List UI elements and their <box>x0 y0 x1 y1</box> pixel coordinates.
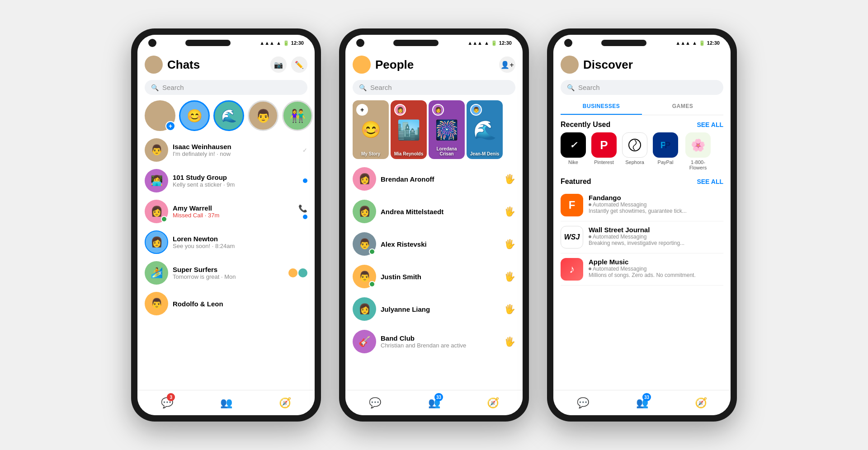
app-icon-paypal: PP <box>653 132 678 158</box>
people-name-brendan: Brendan Aronoff <box>381 175 500 183</box>
avatar-amy: 👩 <box>145 200 168 223</box>
wifi-icon: ▲ <box>276 40 281 46</box>
story-item-4[interactable]: 👫 <box>282 100 313 131</box>
battery-icon: 🔋 <box>283 40 289 46</box>
featured-icon-apple-music: ♪ <box>561 258 583 281</box>
recently-used-see-all[interactable]: SEE ALL <box>697 121 723 128</box>
chats-search-bar[interactable]: 🔍 Search <box>145 80 307 95</box>
people-item-andrea[interactable]: 👩 Andrea Mittelstaedt 🖐️ <box>345 195 523 228</box>
wave-icon-brendan: 🖐️ <box>504 173 515 184</box>
chats-badge: 3 <box>167 393 175 401</box>
story-item-3[interactable]: 👨 <box>248 100 278 131</box>
user-avatar-discover[interactable] <box>561 56 579 74</box>
nav-discover-tab[interactable]: 🧭 <box>671 390 731 415</box>
camera-button[interactable]: 📷 <box>270 56 287 73</box>
tab-businesses[interactable]: BUSINESSES <box>561 98 642 115</box>
notch-people <box>393 40 439 46</box>
chat-item-isaac[interactable]: 👨 Isaac Weinhausen I'm definately in! · … <box>137 135 315 165</box>
discover-tab-row: BUSINESSES GAMES <box>561 98 723 115</box>
my-story-card[interactable]: 😊 + My Story <box>353 100 389 159</box>
people-item-alex[interactable]: 👨 Alex Ristevski 🖐️ <box>345 228 523 260</box>
people-search-bar[interactable]: 🔍 Search <box>353 80 515 95</box>
chat-name-rodolfo: Rodolfo & Leon <box>173 300 307 308</box>
people-item-band-club[interactable]: 🎸 Band Club Christian and Brendan are ac… <box>345 325 523 358</box>
nav-discover-tab-people[interactable]: 🧭 <box>463 390 523 415</box>
signal-icon-people: ▲▲▲ <box>467 40 482 46</box>
nav-people-tab[interactable]: 👥 33 <box>405 390 464 415</box>
people-item-julyanne[interactable]: 👩 Julyanne Liang 🖐️ <box>345 293 523 325</box>
featured-icon-fandango: F <box>561 194 583 216</box>
chat-preview-loren: See you soon! · 8:24am <box>173 243 307 249</box>
time-people: 12:30 <box>499 40 512 46</box>
app-item-nike[interactable]: ✓ Nike <box>561 132 586 170</box>
camera-dot <box>148 39 156 47</box>
chat-item-study-group[interactable]: 👩‍💻 101 Study Group Kelly sent a sticker… <box>137 165 315 196</box>
story-item-1[interactable]: 😊 <box>179 100 210 131</box>
avatar-alex: 👨 <box>353 232 376 256</box>
featured-item-fandango[interactable]: F Fandango Automated Messaging Instantly… <box>561 189 723 221</box>
nav-chats-tab-discover[interactable]: 💬 <box>553 390 613 415</box>
people-name-band-club: Band Club <box>381 334 500 342</box>
story-card-jeanm[interactable]: 🌊 👨 Jean-M Denis <box>467 100 503 159</box>
discover-title: Discover <box>583 58 723 72</box>
chat-name-study-group: 101 Study Group <box>173 173 298 181</box>
story-card-loredana[interactable]: 🎆 👩 Loredana Crisan <box>429 100 465 159</box>
app-item-paypal[interactable]: PP PayPal <box>653 132 678 170</box>
discover-people-badge: 33 <box>642 393 651 401</box>
app-name-nike: Nike <box>568 159 578 165</box>
user-avatar-people[interactable] <box>353 56 371 74</box>
app-item-flowers[interactable]: 🌸 1-800-Flowers <box>684 132 712 170</box>
avatar-brendan: 👩 <box>353 167 376 191</box>
wifi-icon-discover: ▲ <box>692 40 697 46</box>
add-story-item[interactable]: + <box>145 100 175 131</box>
featured-list: F Fandango Automated Messaging Instantly… <box>553 189 731 286</box>
status-right-discover: ▲▲▲ ▲ 🔋 12:30 <box>675 40 720 46</box>
add-person-button[interactable]: 👤+ <box>499 56 515 73</box>
app-item-pinterest[interactable]: P Pinterest <box>591 132 617 170</box>
chat-name-isaac: Isaac Weinhausen <box>173 143 298 150</box>
chat-item-amy[interactable]: 👩 Amy Warrell Missed Call · 37m 📞 <box>137 196 315 227</box>
discover-search-bar[interactable]: 🔍 Search <box>561 80 723 95</box>
search-icon-discover: 🔍 <box>567 84 575 91</box>
chat-item-super-surfers[interactable]: 🏄 Super Surfers Tomorrow is great · Mon <box>137 258 315 288</box>
online-dot-justin <box>369 281 375 287</box>
chat-info-amy: Amy Warrell Missed Call · 37m <box>173 204 294 219</box>
avatar-isaac: 👨 <box>145 138 168 162</box>
online-dot-amy <box>161 216 167 222</box>
featured-item-wsj[interactable]: WSJ Wall Street Journal Automated Messag… <box>561 221 723 253</box>
chats-phone: ▲▲▲ ▲ 🔋 12:30 Chats 📷 ✏️ 🔍 Search <box>131 28 321 422</box>
app-item-sephora[interactable]: Sephora <box>622 132 647 170</box>
people-badge: 33 <box>434 393 443 401</box>
people-list: 👩 Brendan Aronoff 🖐️ 👩 Andrea Mittelstae… <box>345 163 523 390</box>
story-avatar-2: 🌊 <box>213 100 244 131</box>
tab-games[interactable]: GAMES <box>642 98 723 115</box>
story-avatar-jeanm: 👨 <box>470 104 482 116</box>
nav-chats-tab[interactable]: 💬 3 <box>137 390 197 415</box>
people-item-justin[interactable]: 👨 Justin Smith 🖐️ <box>345 260 523 293</box>
chats-search-placeholder: Search <box>162 84 184 91</box>
my-story-avatar: + <box>145 100 175 131</box>
search-icon-people: 🔍 <box>359 84 367 91</box>
chat-info-rodolfo: Rodolfo & Leon <box>173 300 307 308</box>
featured-item-apple-music[interactable]: ♪ Apple Music Automated Messaging Millio… <box>561 253 723 286</box>
featured-see-all[interactable]: SEE ALL <box>697 178 723 185</box>
chat-meta-study-group <box>303 178 307 183</box>
chat-preview-study-group: Kelly sent a sticker · 9m <box>173 181 298 188</box>
chat-item-loren[interactable]: 👩 Loren Newton See you soon! · 8:24am <box>137 227 315 258</box>
phone-screen-people: ▲▲▲ ▲ 🔋 12:30 People 👤+ 🔍 Search <box>345 35 523 415</box>
chat-item-rodolfo[interactable]: 👨 Rodolfo & Leon <box>137 288 315 319</box>
people-item-brendan[interactable]: 👩 Brendan Aronoff 🖐️ <box>345 163 523 195</box>
nav-chats-tab-people[interactable]: 💬 <box>345 390 405 415</box>
notch-discover <box>601 40 646 46</box>
story-item-2[interactable]: 🌊 <box>213 100 244 131</box>
nav-people-tab-discover[interactable]: 👥 33 <box>613 390 672 415</box>
compose-button[interactable]: ✏️ <box>291 56 307 73</box>
user-avatar-chats[interactable] <box>145 56 163 74</box>
group-mini-avatar-1 <box>288 268 297 277</box>
nav-people-tab-chats[interactable]: 👥 <box>197 390 256 415</box>
people-name-alex: Alex Ristevski <box>381 240 500 248</box>
nav-discover-tab-chats[interactable]: 🧭 <box>255 390 315 415</box>
avatar-andrea: 👩 <box>353 200 376 223</box>
battery-icon-people: 🔋 <box>491 40 497 46</box>
story-card-mia[interactable]: 🏙️ 👩 Mia Reynolds <box>391 100 427 159</box>
